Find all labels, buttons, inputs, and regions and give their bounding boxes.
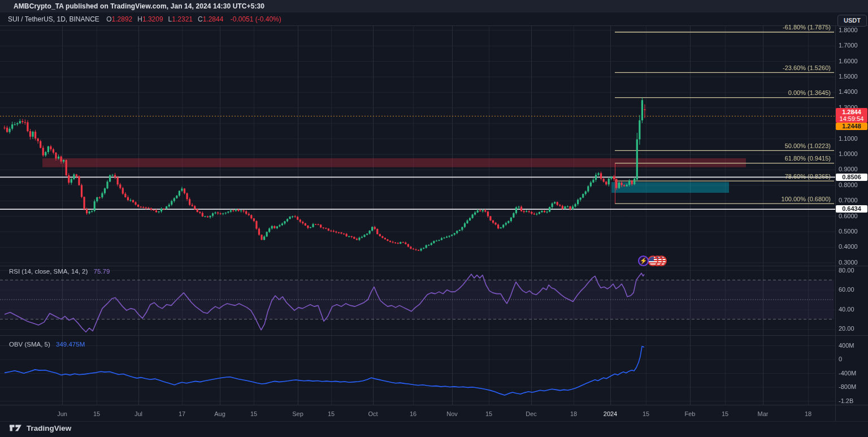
time-tick-label: 15 — [328, 410, 335, 417]
obv-value: 349.475M — [56, 341, 85, 348]
rsi-title[interactable]: RSI (14, close, SMA, 14, 2) — [9, 268, 88, 275]
time-tick-label: Oct — [368, 410, 377, 417]
axis-tick-label: 1.4000 — [839, 88, 858, 95]
axis-tick-label: -800M — [839, 383, 856, 390]
ohlc-value: 1.2321 — [172, 15, 193, 23]
fib-level-label[interactable]: -61.80% (1.7875) — [783, 24, 831, 31]
fib-level-label[interactable]: 50.00% (1.0223) — [785, 142, 831, 149]
time-tick-label: 15 — [643, 410, 649, 417]
fib-level-label[interactable]: 61.80% (0.9415) — [785, 155, 831, 162]
last-price-value: 1.2844 — [836, 109, 867, 115]
fib-level-label[interactable]: -23.60% (1.5260) — [783, 64, 831, 71]
currency-toggle-button[interactable]: USDT — [837, 15, 867, 27]
sui-coin-icon: ⚡ — [638, 256, 649, 266]
tradingview-logo-icon — [9, 423, 23, 432]
symbol-legend[interactable]: SUI / TetherUS, 1D, BINANCE O1.2892H1.32… — [8, 15, 281, 23]
rsi-value: 75.79 — [94, 268, 110, 275]
axis-tick-label: 0.6000 — [839, 213, 858, 219]
axis-tick-label: 0.7000 — [839, 197, 858, 204]
axis-tick-label: 0.9000 — [839, 166, 858, 172]
time-tick-label: 16 — [410, 410, 416, 417]
fib-level-label[interactable]: 0.00% (1.3645) — [788, 89, 831, 96]
axis-tick-label: 0.4000 — [839, 243, 858, 250]
axis-tick-label: 20.00 — [839, 325, 854, 332]
price-pane[interactable] — [0, 26, 835, 266]
time-tick-label: 18 — [570, 410, 577, 417]
time-tick-label: 15 — [722, 410, 728, 417]
axis-tick-label: 1.7000 — [839, 42, 858, 49]
obv-title[interactable]: OBV (SMA, 5) — [9, 341, 50, 348]
axis-tick-label: 1.8000 — [839, 27, 858, 33]
time-tick-label: 15 — [93, 410, 100, 417]
time-tick-label: Mar — [758, 410, 769, 417]
time-tick-label: Sep — [292, 410, 303, 417]
time-tick-label: 15 — [485, 410, 492, 417]
fib-level-label[interactable]: 78.60% (0.8265) — [785, 173, 831, 180]
axis-tick-label: 0.3000 — [839, 259, 858, 266]
axis-tick-label: 1.6000 — [839, 58, 858, 64]
axis-tick-label: 1.0000 — [839, 150, 858, 157]
axis-tick-label: 1.1000 — [839, 135, 858, 142]
axis-tick-label: 0.5000 — [839, 228, 858, 235]
axis-tick-label: 60.00 — [839, 286, 854, 293]
time-tick-label: Feb — [685, 410, 696, 417]
tradingview-brand: TradingView — [27, 424, 71, 432]
axis-tick-label: 80.00 — [839, 267, 854, 274]
publisher-text: AMBCrypto_TA published on TradingView.co… — [14, 2, 264, 10]
obv-legend[interactable]: OBV (SMA, 5) 349.475M — [9, 341, 85, 348]
axis-tick-label: 0.8000 — [839, 181, 858, 188]
ohlc-value: 1.2892 — [112, 15, 133, 23]
symbol-title[interactable]: SUI / TetherUS, 1D, BINANCE — [8, 15, 99, 23]
fib-level-label[interactable]: 100.00% (0.6800) — [782, 196, 831, 202]
time-tick-label: 15 — [250, 410, 257, 417]
time-tick-label: 17 — [179, 410, 185, 417]
axis-tick-label: 0 — [839, 356, 842, 362]
axis-tick-label: -1.2B — [839, 397, 853, 404]
rsi-legend[interactable]: RSI (14, close, SMA, 14, 2) 75.79 — [9, 268, 110, 275]
last-price-label: 1.2844 14:59:54 — [836, 108, 867, 123]
rsi-pane[interactable] — [0, 266, 835, 335]
ohlc-key: O — [106, 15, 111, 23]
ohlc-key: H — [137, 15, 142, 23]
ohlc-value: 1.2844 — [203, 15, 224, 23]
time-tick-label: Jun — [57, 410, 67, 417]
time-tick-label: 2024 — [604, 410, 617, 417]
ray-upper-label: 0.8506 — [836, 174, 867, 181]
ohlc-key: C — [198, 15, 203, 23]
ray-lower-label: 0.6434 — [836, 205, 867, 213]
bar-countdown: 14:59:54 — [836, 115, 867, 122]
change-readout: -0.0051 (-0.40%) — [231, 15, 281, 23]
ohlc-value: 1.3209 — [142, 15, 163, 23]
axis-tick-label: 40.00 — [839, 306, 854, 313]
axis-tick-label: 400M — [839, 342, 854, 349]
time-tick-label: Dec — [526, 410, 537, 417]
axis-tick-label: -400M — [839, 370, 856, 377]
prev-close-label: 1.2448 — [836, 123, 867, 130]
time-tick-label: Aug — [214, 410, 225, 417]
axis-tick-label: 1.5000 — [839, 73, 858, 80]
time-tick-label: 18 — [805, 410, 811, 417]
us-flag-coin-icon — [648, 256, 658, 266]
ohlc-readout: O1.2892H1.3209L1.2321C1.2844 — [101, 15, 223, 23]
obv-pane[interactable] — [0, 335, 835, 405]
time-tick-label: Jul — [134, 410, 142, 417]
time-tick-label: Nov — [446, 410, 458, 417]
tradingview-footer[interactable]: TradingView — [9, 423, 71, 432]
